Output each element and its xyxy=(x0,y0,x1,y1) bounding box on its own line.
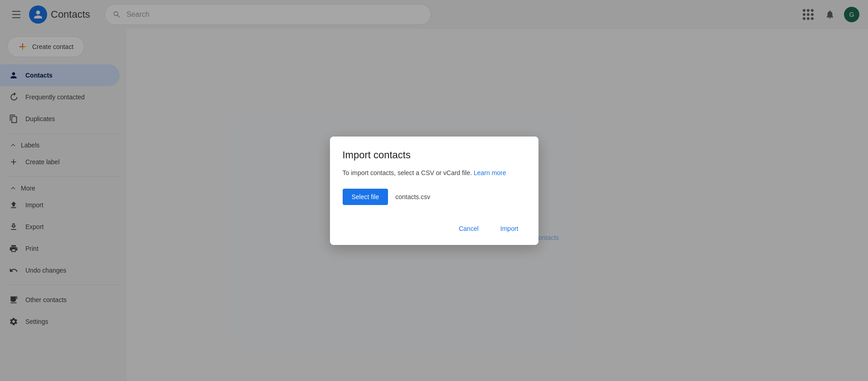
select-file-button[interactable]: Select file xyxy=(343,189,388,205)
modal-body-text: To import contacts, select a CSV or vCar… xyxy=(343,169,472,176)
modal-file-row: Select file contacts.csv xyxy=(343,189,526,205)
modal-actions: Cancel Import xyxy=(343,218,526,236)
learn-more-link[interactable]: Learn more xyxy=(474,169,506,176)
modal-title: Import contacts xyxy=(343,149,526,161)
modal-body: To import contacts, select a CSV or vCar… xyxy=(343,168,526,178)
modal-overlay[interactable]: Import contacts To import contacts, sele… xyxy=(0,0,868,381)
import-contacts-modal: Import contacts To import contacts, sele… xyxy=(330,137,538,245)
import-button[interactable]: Import xyxy=(493,221,526,236)
file-name-display: contacts.csv xyxy=(395,193,430,200)
cancel-button[interactable]: Cancel xyxy=(451,221,486,236)
